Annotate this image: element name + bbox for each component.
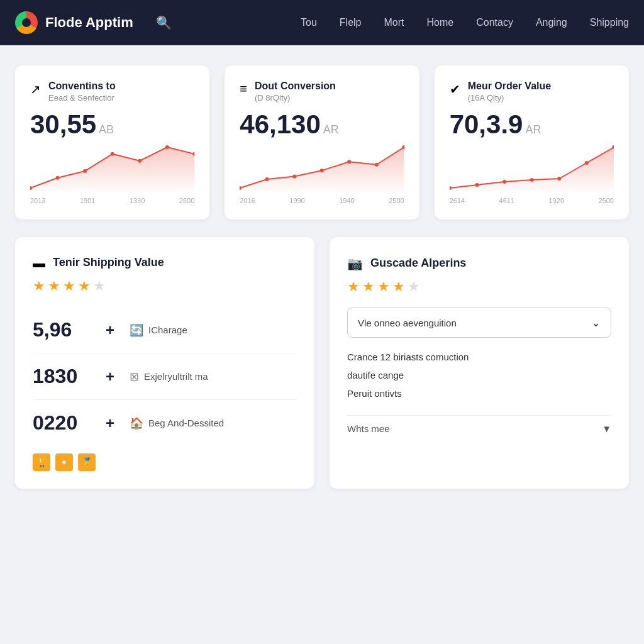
sparkline-labels-1: 2016199019402500 <box>240 197 404 204</box>
stat-card-1: ≡ Dout Conversion (D 8rQlty) 46,130 AR 2… <box>225 65 419 219</box>
card-value-1: 46,130 AR <box>240 110 404 139</box>
right-star-0: ★ <box>347 279 360 295</box>
left-card-header: ▬ Tenir Shipping Value <box>33 255 297 270</box>
card-unit-1: AR <box>321 123 339 136</box>
badge-1: 🏆 <box>33 453 50 471</box>
svg-point-1 <box>56 176 60 180</box>
svg-point-19 <box>584 161 588 165</box>
left-bottom-card: ▬ Tenir Shipping Value ★★★★★ 5,96 + 🔄 IC… <box>15 237 314 489</box>
label-1-3: 2500 <box>389 197 404 204</box>
stat-plus-2: + <box>106 414 114 432</box>
left-star-0: ★ <box>33 278 45 294</box>
right-star-1: ★ <box>362 279 375 295</box>
dropdown-placeholder: Vle onneo aevenguition <box>358 318 457 328</box>
label-2-2: 1920 <box>549 197 564 204</box>
card-value-0: 30,55 AB <box>30 110 194 139</box>
card-title-1: Dout Conversion <box>255 80 336 92</box>
svg-point-2 <box>83 169 87 173</box>
right-bottom-card: 📷 Guscade Alperins ★★★★★ Vle onneo aeven… <box>330 237 629 489</box>
card-icon-0: ↗ <box>30 82 41 97</box>
nav-link-home[interactable]: Home <box>427 17 454 28</box>
left-card-icon: ▬ <box>33 256 45 270</box>
sparkline-2 <box>450 144 614 194</box>
card-subtitle-2: (16A Qlty) <box>468 93 552 103</box>
card-icon-1: ≡ <box>240 82 247 96</box>
stat-plus-0: + <box>106 321 114 339</box>
nav-link-contacy[interactable]: Contacy <box>476 17 513 28</box>
stat-plus-1: + <box>106 368 114 386</box>
nav-item-flelp[interactable]: Flelp <box>340 17 362 28</box>
label-2-0: 2614 <box>450 197 465 204</box>
card-title-0: Conventins to <box>48 80 116 92</box>
nav-link-shipping[interactable]: Shipping <box>590 17 629 28</box>
label-0-2: 1330 <box>130 197 145 204</box>
sparkline-1 <box>240 144 404 194</box>
nav-item-anging[interactable]: Anging <box>536 17 567 28</box>
right-card-header: 📷 Guscade Alperins <box>347 255 611 271</box>
stat-icon-2: 🏠 <box>130 416 143 430</box>
footer-arrow-icon: ▼ <box>602 423 611 434</box>
nav-link-tou[interactable]: Tou <box>301 17 317 28</box>
svg-point-12 <box>375 163 379 167</box>
svg-point-18 <box>557 177 561 180</box>
card-header-1: ≡ Dout Conversion (D 8rQlty) <box>240 80 404 103</box>
stat-icon-1: ⊠ <box>130 370 139 384</box>
stat-number-0: 5,96 <box>33 318 96 341</box>
stats-row: ↗ Conventins to Eead & Senfectior 30,55 … <box>15 65 629 219</box>
brand-logo <box>15 11 38 34</box>
navbar: Flode Apptim 🔍 TouFlelpMortHomeContacyAn… <box>0 0 644 45</box>
nav-links: TouFlelpMortHomeContacyAngingShipping <box>301 17 629 28</box>
svg-point-11 <box>348 160 352 164</box>
left-star-3: ★ <box>78 278 91 294</box>
stat-number-2: 0220 <box>33 411 96 435</box>
right-card-title: Guscade Alperins <box>370 257 466 270</box>
stat-card-2: ✔ Meur Order Value (16A Qlty) 70,3.9 AR … <box>435 65 629 219</box>
nav-item-contacy[interactable]: Contacy <box>476 17 513 28</box>
nav-link-flelp[interactable]: Flelp <box>340 17 362 28</box>
main-dropdown[interactable]: Vle onneo aevenguition ⌄ <box>347 308 611 338</box>
option-list: Crance 12 biriasts comuctiondautife cang… <box>347 348 611 402</box>
brand: Flode Apptim <box>15 11 133 34</box>
label-0-3: 2600 <box>179 197 194 204</box>
stat-item-2: 0220 + 🏠 Beg And-Dessited <box>33 400 297 446</box>
svg-point-17 <box>530 178 533 182</box>
card-subtitle-1: (D 8rQlty) <box>255 93 336 103</box>
card-value-2: 70,3.9 AR <box>450 110 614 139</box>
search-icon[interactable]: 🔍 <box>156 15 172 30</box>
main-content: ↗ Conventins to Eead & Senfectior 30,55 … <box>0 45 644 509</box>
stat-item-1: 1830 + ⊠ Exjelryultrilt ma <box>33 353 297 400</box>
nav-link-mort[interactable]: Mort <box>384 17 404 28</box>
label-1-0: 2016 <box>240 197 255 204</box>
badge-3: 🏅 <box>78 453 96 471</box>
nav-item-tou[interactable]: Tou <box>301 17 317 28</box>
stat-label-1: ⊠ Exjelryultrilt ma <box>130 370 208 384</box>
left-star-4: ★ <box>93 278 106 294</box>
left-card-title: Tenir Shipping Value <box>53 256 164 269</box>
card-title-2: Meur Order Value <box>468 80 552 92</box>
label-2-1: 4611 <box>499 197 514 204</box>
nav-item-home[interactable]: Home <box>427 17 454 28</box>
svg-point-9 <box>292 175 296 179</box>
label-1-1: 1990 <box>289 197 304 204</box>
label-2-3: 2500 <box>599 197 614 204</box>
nav-link-anging[interactable]: Anging <box>536 17 567 28</box>
stat-number-1: 1830 <box>33 365 96 388</box>
sparkline-labels-2: 2614461119202500 <box>450 197 614 204</box>
nav-item-shipping[interactable]: Shipping <box>590 17 629 28</box>
stat-item-0: 5,96 + 🔄 ICharage <box>33 307 297 353</box>
bottom-icon-badges: 🏆 ✦ 🏅 <box>33 453 297 471</box>
label-1-2: 1940 <box>339 197 354 204</box>
label-0-0: 2013 <box>30 197 45 204</box>
nav-item-mort[interactable]: Mort <box>384 17 404 28</box>
footer-dropdown[interactable]: Whts mee ▼ <box>347 415 611 434</box>
svg-point-15 <box>475 183 479 187</box>
sparkline-0 <box>30 144 194 194</box>
card-header-0: ↗ Conventins to Eead & Senfectior <box>30 80 194 103</box>
svg-point-4 <box>138 159 142 163</box>
stat-icon-0: 🔄 <box>130 323 143 337</box>
option-item-1: dautife cange <box>347 366 611 384</box>
stat-label-2: 🏠 Beg And-Dessited <box>130 416 224 430</box>
option-item-0: Crance 12 biriasts comuction <box>347 348 611 366</box>
left-star-2: ★ <box>63 278 75 294</box>
svg-point-8 <box>265 177 269 181</box>
